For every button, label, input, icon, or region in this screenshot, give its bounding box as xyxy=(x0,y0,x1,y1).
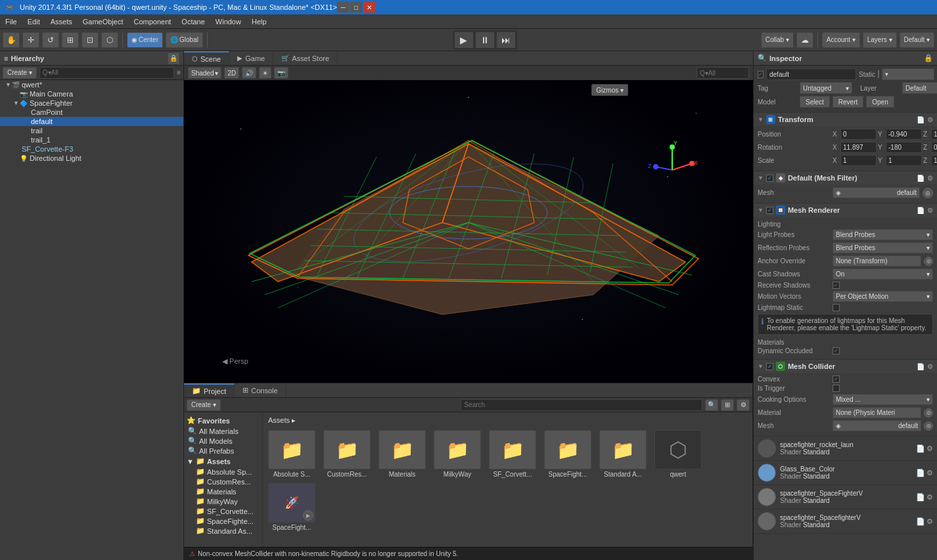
meshcollider-header[interactable]: ▼ ⬡ Mesh Collider 📄 ⚙ xyxy=(754,360,937,373)
mat-cog-btn-4[interactable]: ⚙ xyxy=(926,517,933,526)
model-open-btn[interactable]: Open xyxy=(866,96,894,108)
asset-standarda-thumb[interactable]: 📁 Standard A... xyxy=(597,429,649,479)
project-create-btn[interactable]: Create ▾ xyxy=(187,399,221,411)
istrigger-check[interactable] xyxy=(833,385,840,392)
asset-milkyway-thumb[interactable]: 📁 MilkyWay xyxy=(431,429,484,479)
rotate-tool-btn[interactable]: ↺ xyxy=(42,32,59,48)
material-item-2[interactable]: Glass_Base_Color Shader Standard 📄 ⚙ xyxy=(754,461,937,485)
asset-milkyway[interactable]: 📁 MilkyWay xyxy=(184,496,262,506)
shading-dropdown[interactable]: Shaded▾ xyxy=(188,67,221,79)
mat-cog-btn-1[interactable]: ⚙ xyxy=(926,444,933,453)
step-button[interactable]: ⏭ xyxy=(496,32,516,49)
menu-octane[interactable]: Octane xyxy=(176,14,210,28)
anchoroverride-dropdown[interactable]: None (Transform) xyxy=(833,255,921,267)
layer-dropdown[interactable]: Default▾ xyxy=(902,82,937,94)
menu-help[interactable]: Help xyxy=(246,14,272,28)
reflectionprobes-dropdown[interactable]: Blend Probes ▾ xyxy=(833,242,933,253)
menu-assets[interactable]: Assets xyxy=(45,14,78,28)
collider-mesh-dropdown[interactable]: ◈ default xyxy=(833,420,921,431)
mat-page-btn-3[interactable]: 📄 xyxy=(916,493,925,502)
motionvectors-dropdown[interactable]: Per Object Motion ▾ xyxy=(833,291,933,302)
material-item-1[interactable]: spacefighter_rocket_laun Shader Standard… xyxy=(754,437,937,461)
castshadows-dropdown[interactable]: On ▾ xyxy=(833,269,933,280)
tree-item-dirlight[interactable]: ▶ 💡 Directional Light xyxy=(0,154,183,163)
object-active-check[interactable] xyxy=(758,71,764,78)
dynamicoccluded-check[interactable] xyxy=(833,347,840,355)
meshrenderer-cog-icon[interactable]: ⚙ xyxy=(927,207,933,214)
asset-materials[interactable]: 📁 Materials xyxy=(184,486,262,496)
meshrenderer-page-icon[interactable]: 📄 xyxy=(917,207,925,214)
meshfilter-page-icon[interactable]: 📄 xyxy=(917,175,925,182)
assets-section[interactable]: ▼ 📁 Assets xyxy=(184,456,262,467)
expand-arrow-qwert[interactable]: ▼ xyxy=(5,81,12,88)
menu-window[interactable]: Window xyxy=(210,14,246,28)
asset-materials-thumb[interactable]: 📁 Materials xyxy=(376,429,428,479)
mat-page-btn-1[interactable]: 📄 xyxy=(916,444,925,453)
asset-standardassets[interactable]: 📁 Standard As... xyxy=(184,526,262,536)
tab-project[interactable]: 📁 Project xyxy=(184,383,235,397)
static-dropdown[interactable]: ▾ xyxy=(882,68,934,80)
asset-spacefighter[interactable]: 📁 SpaceFighte... xyxy=(184,516,262,526)
asset-absolutesp-thumb[interactable]: 📁 Absolute S... xyxy=(265,429,318,479)
meshcollider-page-icon[interactable]: 📄 xyxy=(917,363,925,370)
mesh-filter-dropdown[interactable]: ◈ default xyxy=(833,187,920,198)
asset-sfcorvette-thumb[interactable]: 📁 SF_Corvett... xyxy=(486,429,539,479)
rot-x-field[interactable] xyxy=(840,142,877,153)
asset-customres-thumb[interactable]: 📁 CustomRes... xyxy=(321,429,373,479)
tree-item-maincamera[interactable]: ▶ 📷 Main Camera xyxy=(0,89,183,98)
meshrenderer-header[interactable]: ▼ 🔲 Mesh Renderer 📄 ⚙ xyxy=(754,204,937,217)
2d-btn[interactable]: 2D xyxy=(224,67,239,79)
meshcollider-cog-icon[interactable]: ⚙ xyxy=(927,363,933,370)
tab-console[interactable]: ⊞ Console xyxy=(235,383,286,397)
inspector-lock-icon[interactable]: 🔒 xyxy=(924,54,933,62)
collider-material-dropdown[interactable]: None (Physic Materi xyxy=(833,407,921,418)
maximize-button[interactable]: □ xyxy=(350,2,362,12)
hierarchy-lock-icon[interactable]: 🔒 xyxy=(168,53,179,64)
transform-tool-btn[interactable]: ⬡ xyxy=(101,32,118,48)
meshfilter-active-check[interactable] xyxy=(766,175,773,182)
pos-y-field[interactable] xyxy=(886,129,922,140)
account-dropdown[interactable]: Account ▾ xyxy=(822,32,860,48)
hand-tool-btn[interactable]: ✋ xyxy=(3,32,20,48)
mat-cog-btn-3[interactable]: ⚙ xyxy=(926,493,933,502)
pos-x-field[interactable] xyxy=(840,129,877,140)
cloud-button[interactable]: ☁ xyxy=(796,32,813,48)
close-button[interactable]: ✕ xyxy=(363,2,375,12)
material-item-3[interactable]: spacefighter_SpaceFighterV Shader Standa… xyxy=(754,485,937,509)
tree-item-sfcorvette[interactable]: ▶ SF_Corvette-F3 xyxy=(0,144,183,154)
play-button[interactable]: ▶ xyxy=(454,32,474,49)
asset-sfcorvette[interactable]: 📁 SF_Corvette... xyxy=(184,506,262,516)
meshrenderer-active-check[interactable] xyxy=(766,207,773,214)
move-tool-btn[interactable]: ✛ xyxy=(22,32,39,48)
lightprobes-dropdown[interactable]: Blend Probes ▾ xyxy=(833,229,933,240)
mesh-filter-obj-btn[interactable]: ◎ xyxy=(923,188,933,198)
transform-cog-icon[interactable]: ⚙ xyxy=(927,116,933,123)
tree-item-qwert[interactable]: ▼ 🎬 qwert* xyxy=(0,80,183,89)
anchoroverride-obj-btn[interactable]: ◎ xyxy=(924,257,933,266)
hierarchy-search-input[interactable] xyxy=(39,67,174,79)
mat-page-btn-2[interactable]: 📄 xyxy=(916,469,925,477)
tab-scene[interactable]: ⬡ Scene xyxy=(184,51,229,65)
favorites-section[interactable]: ⭐ Favorites xyxy=(184,415,262,426)
mat-cog-btn-2[interactable]: ⚙ xyxy=(926,469,933,477)
receiveshadows-check[interactable] xyxy=(833,282,840,289)
model-select-btn[interactable]: Select xyxy=(800,96,830,108)
menu-edit[interactable]: Edit xyxy=(22,14,45,28)
cookingoptions-dropdown[interactable]: Mixed ... ▾ xyxy=(833,394,933,405)
mat-page-btn-4[interactable]: 📄 xyxy=(916,517,925,526)
rot-y-field[interactable] xyxy=(886,142,922,153)
expand-arrow-spacefighter[interactable]: ▼ xyxy=(13,100,20,106)
layout-dropdown[interactable]: Default ▾ xyxy=(900,32,934,48)
collider-material-obj-btn[interactable]: ◎ xyxy=(924,408,933,418)
hierarchy-options-icon[interactable]: ≡ xyxy=(177,69,181,76)
meshfilter-header[interactable]: ▼ ◈ Default (Mesh Filter) 📄 ⚙ xyxy=(754,171,937,184)
scene-search-input[interactable] xyxy=(697,67,749,79)
layers-dropdown[interactable]: Layers ▾ xyxy=(863,32,897,48)
project-settings-icon[interactable]: ⚙ xyxy=(737,399,750,411)
tree-item-trail1[interactable]: ▶ trail_1 xyxy=(0,135,183,144)
asset-spacefighter-prefab[interactable]: 🚀 ▶ SpaceFight... xyxy=(265,482,318,532)
global-local-btn[interactable]: 🌐 Global xyxy=(166,32,203,48)
minimize-button[interactable]: ─ xyxy=(337,2,349,12)
asset-customres[interactable]: 📁 CustomRes... xyxy=(184,477,262,486)
tab-assetstore[interactable]: 🛒 Asset Store xyxy=(273,51,338,65)
